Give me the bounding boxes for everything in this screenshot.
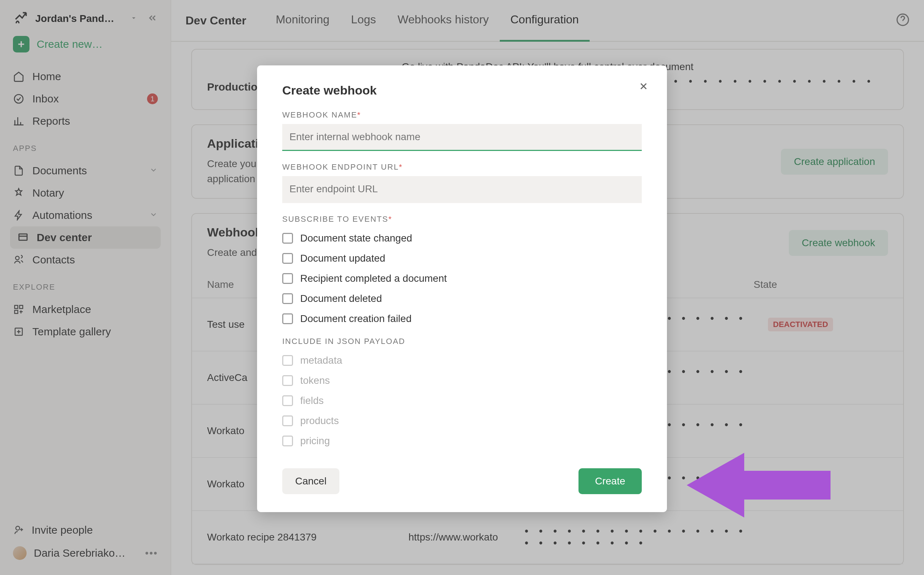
checkbox-icon	[282, 293, 293, 304]
payload-checkbox: pricing	[282, 431, 642, 451]
payload-checkbox: metadata	[282, 350, 642, 370]
checkbox-icon	[282, 435, 293, 446]
payload-label: INCLUDE IN JSON PAYLOAD	[282, 337, 642, 346]
event-checkbox[interactable]: Document deleted	[282, 289, 642, 309]
checkbox-icon	[282, 233, 293, 244]
checkbox-icon	[282, 355, 293, 366]
checkbox-icon	[282, 375, 293, 386]
cancel-button[interactable]: Cancel	[282, 468, 339, 494]
close-icon[interactable]	[638, 81, 649, 95]
webhook-name-input[interactable]	[282, 124, 642, 151]
create-button[interactable]: Create	[579, 468, 642, 494]
modal-title: Create webhook	[282, 83, 642, 97]
checkbox-icon	[282, 313, 293, 324]
payload-checkbox: tokens	[282, 370, 642, 391]
checkbox-icon	[282, 253, 293, 264]
subscribe-events-label: SUBSCRIBE TO EVENTS*	[282, 214, 642, 224]
webhook-url-label: WEBHOOK ENDPOINT URL*	[282, 162, 642, 172]
event-checkbox[interactable]: Document updated	[282, 248, 642, 268]
event-checkbox[interactable]: Document creation failed	[282, 309, 642, 329]
checkbox-icon	[282, 273, 293, 284]
webhook-url-input[interactable]	[282, 176, 642, 203]
webhook-name-label: WEBHOOK NAME*	[282, 110, 642, 120]
checkbox-icon	[282, 396, 293, 406]
create-webhook-modal: Create webhook WEBHOOK NAME* WEBHOOK END…	[257, 65, 667, 512]
checkbox-icon	[282, 415, 293, 426]
event-checkbox[interactable]: Document state changed	[282, 228, 642, 248]
payload-checkbox: products	[282, 411, 642, 431]
modal-overlay: Create webhook WEBHOOK NAME* WEBHOOK END…	[0, 0, 924, 575]
payload-checkbox: fields	[282, 391, 642, 411]
event-checkbox[interactable]: Recipient completed a document	[282, 268, 642, 289]
